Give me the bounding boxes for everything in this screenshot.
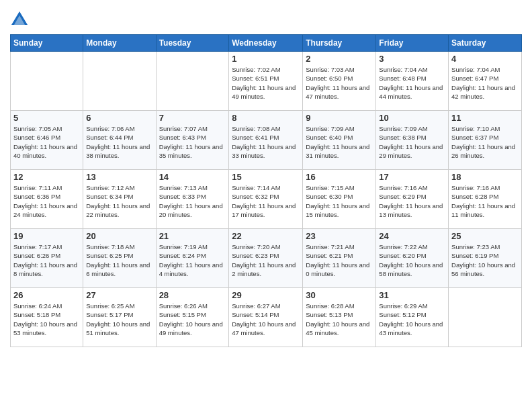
calendar-cell-22: 20Sunrise: 7:18 AM Sunset: 6:25 PM Dayli… <box>83 229 156 288</box>
calendar-cell-17: 15Sunrise: 7:14 AM Sunset: 6:32 PM Dayli… <box>229 170 303 229</box>
day-info: Sunrise: 6:26 AM Sunset: 5:15 PM Dayligh… <box>159 302 226 337</box>
day-info: Sunrise: 7:20 AM Sunset: 6:23 PM Dayligh… <box>232 242 300 278</box>
calendar-cell-32: 30Sunrise: 6:28 AM Sunset: 5:13 PM Dayli… <box>303 288 376 347</box>
day-info: Sunrise: 7:12 AM Sunset: 6:34 PM Dayligh… <box>86 183 152 219</box>
day-number: 27 <box>86 290 152 300</box>
calendar-cell-29: 27Sunrise: 6:25 AM Sunset: 5:17 PM Dayli… <box>83 288 156 347</box>
day-info: Sunrise: 6:28 AM Sunset: 5:13 PM Dayligh… <box>306 302 373 337</box>
calendar-cell-28: 26Sunrise: 6:24 AM Sunset: 5:18 PM Dayli… <box>11 288 83 347</box>
calendar-cell-10: 8Sunrise: 7:08 AM Sunset: 6:41 PM Daylig… <box>229 111 303 170</box>
day-info: Sunrise: 7:16 AM Sunset: 6:28 PM Dayligh… <box>451 183 519 219</box>
calendar-week-3: 12Sunrise: 7:11 AM Sunset: 6:36 PM Dayli… <box>11 170 522 229</box>
calendar-header-thursday: Thursday <box>303 35 376 52</box>
day-number: 1 <box>232 54 300 64</box>
day-number: 24 <box>379 231 445 241</box>
day-info: Sunrise: 7:08 AM Sunset: 6:41 PM Dayligh… <box>232 124 300 160</box>
day-number: 29 <box>232 290 300 300</box>
calendar-cell-19: 17Sunrise: 7:16 AM Sunset: 6:29 PM Dayli… <box>376 170 449 229</box>
calendar-cell-13: 11Sunrise: 7:10 AM Sunset: 6:37 PM Dayli… <box>449 111 522 170</box>
day-info: Sunrise: 7:19 AM Sunset: 6:24 PM Dayligh… <box>159 242 226 278</box>
header <box>10 7 522 29</box>
calendar-cell-15: 13Sunrise: 7:12 AM Sunset: 6:34 PM Dayli… <box>83 170 156 229</box>
calendar-cell-24: 22Sunrise: 7:20 AM Sunset: 6:23 PM Dayli… <box>229 229 303 288</box>
day-number: 10 <box>379 113 445 123</box>
day-number: 7 <box>159 113 226 123</box>
calendar-cell-4: 2Sunrise: 7:03 AM Sunset: 6:50 PM Daylig… <box>303 52 376 111</box>
day-number: 15 <box>232 172 300 182</box>
calendar-cell-16: 14Sunrise: 7:13 AM Sunset: 6:33 PM Dayli… <box>156 170 229 229</box>
day-number: 23 <box>306 231 373 241</box>
day-number: 25 <box>451 231 519 241</box>
calendar-cell-0 <box>11 52 83 111</box>
calendar-cell-2 <box>156 52 229 111</box>
calendar-cell-27: 25Sunrise: 7:23 AM Sunset: 6:19 PM Dayli… <box>449 229 522 288</box>
day-number: 17 <box>379 172 445 182</box>
day-number: 3 <box>379 54 445 64</box>
calendar-header-monday: Monday <box>83 35 156 52</box>
day-info: Sunrise: 7:04 AM Sunset: 6:47 PM Dayligh… <box>451 65 519 101</box>
calendar-cell-33: 31Sunrise: 6:29 AM Sunset: 5:12 PM Dayli… <box>376 288 449 347</box>
calendar-cell-7: 5Sunrise: 7:05 AM Sunset: 6:46 PM Daylig… <box>11 111 83 170</box>
day-info: Sunrise: 6:29 AM Sunset: 5:12 PM Dayligh… <box>379 302 445 337</box>
day-number: 5 <box>13 113 80 123</box>
day-info: Sunrise: 6:27 AM Sunset: 5:14 PM Dayligh… <box>232 302 300 337</box>
calendar-cell-5: 3Sunrise: 7:04 AM Sunset: 6:48 PM Daylig… <box>376 52 449 111</box>
day-info: Sunrise: 7:14 AM Sunset: 6:32 PM Dayligh… <box>232 183 300 219</box>
day-number: 31 <box>379 290 445 300</box>
day-info: Sunrise: 7:23 AM Sunset: 6:19 PM Dayligh… <box>451 242 519 278</box>
day-number: 6 <box>86 113 152 123</box>
calendar-cell-9: 7Sunrise: 7:07 AM Sunset: 6:43 PM Daylig… <box>156 111 229 170</box>
calendar-cell-26: 24Sunrise: 7:22 AM Sunset: 6:20 PM Dayli… <box>376 229 449 288</box>
day-number: 16 <box>306 172 373 182</box>
day-number: 20 <box>86 231 152 241</box>
calendar-cell-31: 29Sunrise: 6:27 AM Sunset: 5:14 PM Dayli… <box>229 288 303 347</box>
calendar-cell-34 <box>449 288 522 347</box>
logo-icon <box>10 10 29 29</box>
calendar-cell-23: 21Sunrise: 7:19 AM Sunset: 6:24 PM Dayli… <box>156 229 229 288</box>
day-number: 4 <box>451 54 519 64</box>
day-info: Sunrise: 7:15 AM Sunset: 6:30 PM Dayligh… <box>306 183 373 219</box>
calendar-cell-18: 16Sunrise: 7:15 AM Sunset: 6:30 PM Dayli… <box>303 170 376 229</box>
day-number: 9 <box>306 113 373 123</box>
day-info: Sunrise: 7:16 AM Sunset: 6:29 PM Dayligh… <box>379 183 445 219</box>
day-info: Sunrise: 7:05 AM Sunset: 6:46 PM Dayligh… <box>13 124 80 160</box>
day-info: Sunrise: 7:06 AM Sunset: 6:44 PM Dayligh… <box>86 124 152 160</box>
calendar-cell-3: 1Sunrise: 7:02 AM Sunset: 6:51 PM Daylig… <box>229 52 303 111</box>
day-info: Sunrise: 7:04 AM Sunset: 6:48 PM Dayligh… <box>379 65 445 101</box>
day-info: Sunrise: 7:07 AM Sunset: 6:43 PM Dayligh… <box>159 124 226 160</box>
day-info: Sunrise: 7:22 AM Sunset: 6:20 PM Dayligh… <box>379 242 445 278</box>
day-info: Sunrise: 7:10 AM Sunset: 6:37 PM Dayligh… <box>451 124 519 160</box>
calendar-cell-14: 12Sunrise: 7:11 AM Sunset: 6:36 PM Dayli… <box>11 170 83 229</box>
calendar-cell-1 <box>83 52 156 111</box>
day-number: 12 <box>13 172 80 182</box>
calendar-cell-11: 9Sunrise: 7:09 AM Sunset: 6:40 PM Daylig… <box>303 111 376 170</box>
day-number: 11 <box>451 113 519 123</box>
calendar-week-5: 26Sunrise: 6:24 AM Sunset: 5:18 PM Dayli… <box>11 288 522 347</box>
day-number: 22 <box>232 231 300 241</box>
calendar-header-saturday: Saturday <box>449 35 522 52</box>
calendar-cell-20: 18Sunrise: 7:16 AM Sunset: 6:28 PM Dayli… <box>449 170 522 229</box>
page: SundayMondayTuesdayWednesdayThursdayFrid… <box>0 0 532 411</box>
calendar-cell-21: 19Sunrise: 7:17 AM Sunset: 6:26 PM Dayli… <box>11 229 83 288</box>
calendar-week-2: 5Sunrise: 7:05 AM Sunset: 6:46 PM Daylig… <box>11 111 522 170</box>
calendar-header-friday: Friday <box>376 35 449 52</box>
day-number: 30 <box>306 290 373 300</box>
day-info: Sunrise: 7:18 AM Sunset: 6:25 PM Dayligh… <box>86 242 152 278</box>
day-info: Sunrise: 7:13 AM Sunset: 6:33 PM Dayligh… <box>159 183 226 219</box>
calendar-header-sunday: Sunday <box>11 35 83 52</box>
day-info: Sunrise: 7:11 AM Sunset: 6:36 PM Dayligh… <box>13 183 80 219</box>
day-number: 14 <box>159 172 226 182</box>
calendar-week-1: 1Sunrise: 7:02 AM Sunset: 6:51 PM Daylig… <box>11 52 522 111</box>
day-number: 18 <box>451 172 519 182</box>
day-info: Sunrise: 7:17 AM Sunset: 6:26 PM Dayligh… <box>13 242 80 278</box>
calendar-week-4: 19Sunrise: 7:17 AM Sunset: 6:26 PM Dayli… <box>11 229 522 288</box>
day-number: 2 <box>306 54 373 64</box>
day-number: 26 <box>13 290 80 300</box>
calendar-cell-30: 28Sunrise: 6:26 AM Sunset: 5:15 PM Dayli… <box>156 288 229 347</box>
day-number: 13 <box>86 172 152 182</box>
day-number: 19 <box>13 231 80 241</box>
day-info: Sunrise: 6:25 AM Sunset: 5:17 PM Dayligh… <box>86 302 152 337</box>
calendar-cell-8: 6Sunrise: 7:06 AM Sunset: 6:44 PM Daylig… <box>83 111 156 170</box>
calendar-header-row: SundayMondayTuesdayWednesdayThursdayFrid… <box>11 35 522 52</box>
calendar-cell-25: 23Sunrise: 7:21 AM Sunset: 6:21 PM Dayli… <box>303 229 376 288</box>
